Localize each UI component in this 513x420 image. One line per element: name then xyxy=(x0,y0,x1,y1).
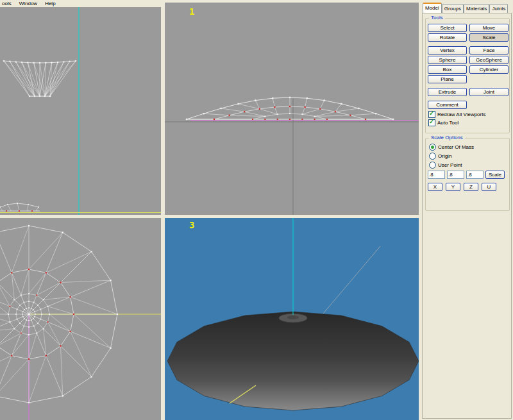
menu-bar: ools Window Help xyxy=(0,0,164,7)
scale-options-label: Scale Options xyxy=(429,135,465,140)
user-point-radio[interactable] xyxy=(429,162,436,169)
face-button[interactable]: Face xyxy=(469,46,509,55)
vertex-button[interactable]: Vertex xyxy=(428,46,467,55)
redraw-checkbox-row: Redraw All Viewports xyxy=(428,111,509,117)
tab-model[interactable]: Model xyxy=(423,3,442,13)
scale-z-input[interactable] xyxy=(466,171,484,179)
origin-label: Origin xyxy=(438,153,451,159)
move-button[interactable]: Move xyxy=(469,24,509,32)
side-panel: Model Groups Materials Joints Tools Sele… xyxy=(421,0,513,420)
geosphere-button[interactable]: GeoSphere xyxy=(469,56,509,64)
redraw-all-viewports-label: Redraw All Viewports xyxy=(437,112,485,117)
top-wireframe-canvas xyxy=(0,218,161,420)
viewport-1-label: 1 xyxy=(189,6,194,17)
tools-group-label: Tools xyxy=(429,15,445,21)
box-button[interactable]: Box xyxy=(428,65,467,74)
axis-u-button[interactable]: U xyxy=(482,183,496,191)
comment-button[interactable]: Comment xyxy=(428,101,467,109)
axis-z-button[interactable]: Z xyxy=(464,183,478,191)
side-wireframe-canvas xyxy=(165,3,419,215)
front-wireframe-canvas xyxy=(0,7,161,215)
sphere-button[interactable]: Sphere xyxy=(428,56,467,64)
viewport-3-label: 3 xyxy=(189,220,194,230)
user-point-label: User Point xyxy=(438,162,462,168)
axis-y-button[interactable]: Y xyxy=(446,183,460,191)
viewport-side-wireframe[interactable]: 1 xyxy=(165,3,419,215)
extrude-button[interactable]: Extrude xyxy=(428,88,467,96)
auto-tool-checkbox[interactable] xyxy=(428,119,435,126)
shaded-3d-canvas xyxy=(165,218,419,420)
tab-materials[interactable]: Materials xyxy=(464,4,489,13)
scale-options-group: Scale Options Center Of Mass Origin User… xyxy=(425,138,510,211)
plane-button[interactable]: Plane xyxy=(428,75,467,83)
scale-apply-button[interactable]: Scale xyxy=(485,171,505,179)
autotool-checkbox-row: Auto Tool xyxy=(428,119,509,126)
viewport-front-wireframe[interactable] xyxy=(0,7,161,215)
origin-row: Origin xyxy=(429,153,509,159)
model-tab-page: Tools Select Move Rotate Scale Vertex Fa… xyxy=(422,13,512,419)
menu-item-help[interactable]: Help xyxy=(45,1,55,6)
tab-bar: Model Groups Materials Joints xyxy=(423,3,508,13)
tab-groups[interactable]: Groups xyxy=(442,4,464,13)
milkshape-window: ools Window Help 1 3 Model xyxy=(0,0,513,420)
select-button[interactable]: Select xyxy=(428,24,467,32)
center-of-mass-row: Center Of Mass xyxy=(429,144,509,150)
viewport-top-wireframe[interactable] xyxy=(0,218,161,420)
rotate-button[interactable]: Rotate xyxy=(428,33,467,42)
menu-item-tools[interactable]: ools xyxy=(2,1,12,6)
scale-x-input[interactable] xyxy=(428,171,445,179)
tab-joints[interactable]: Joints xyxy=(489,4,508,13)
center-of-mass-label: Center Of Mass xyxy=(438,144,474,150)
center-of-mass-radio[interactable] xyxy=(429,144,436,151)
redraw-all-viewports-checkbox[interactable] xyxy=(428,111,435,118)
origin-radio[interactable] xyxy=(429,153,436,160)
tools-group: Tools Select Move Rotate Scale Vertex Fa… xyxy=(425,18,510,133)
viewport-3d-shaded[interactable]: 3 xyxy=(165,218,419,420)
scale-values-row: Scale xyxy=(428,171,509,179)
scale-tool-button[interactable]: Scale xyxy=(469,33,509,42)
cylinder-button[interactable]: Cylinder xyxy=(469,65,509,74)
scale-y-input[interactable] xyxy=(447,171,464,179)
user-point-row: User Point xyxy=(429,162,509,168)
axis-x-button[interactable]: X xyxy=(428,183,442,191)
menu-item-window[interactable]: Window xyxy=(19,1,37,6)
auto-tool-label: Auto Tool xyxy=(437,120,458,126)
joint-button[interactable]: Joint xyxy=(469,88,509,96)
axis-buttons-row: X Y Z U xyxy=(428,183,509,191)
